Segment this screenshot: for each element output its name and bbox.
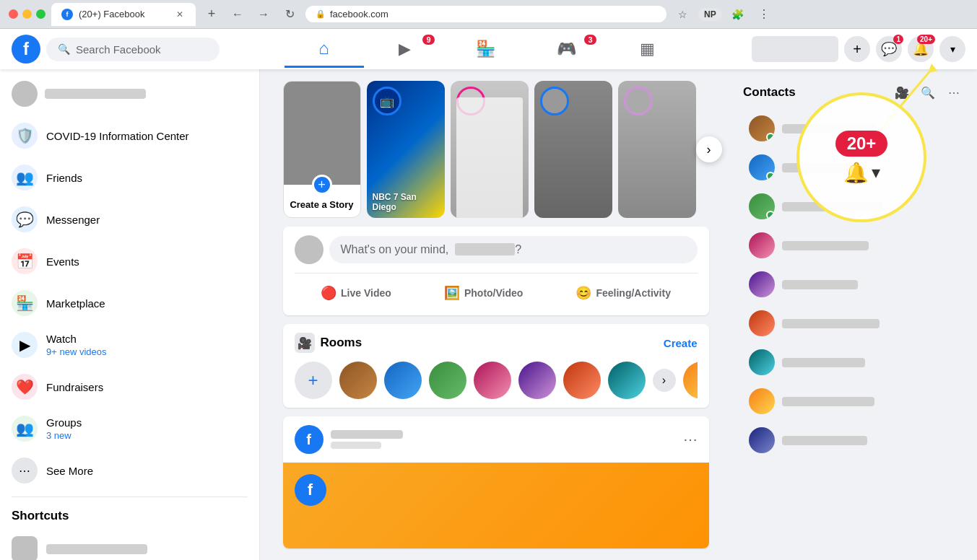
rooms-add-btn[interactable]: + <box>295 362 332 399</box>
post-card-info <box>331 430 403 449</box>
post-name-placeholder: username <box>455 243 516 255</box>
story-create-card[interactable]: + Create a Story <box>283 81 361 218</box>
sidebar-item-watch[interactable]: ▶ Watch 9+ new videos <box>6 325 253 365</box>
browser-bookmark-icon[interactable]: ☆ <box>672 4 692 25</box>
rooms-title-row: 🎥 Rooms <box>295 333 362 353</box>
address-bar[interactable]: 🔒 facebook.com <box>305 6 666 22</box>
photo-video-button[interactable]: 🖼️ Photo/Video <box>435 279 531 307</box>
story-nbc-card[interactable]: 📺 NBC 7 San Diego <box>367 81 445 218</box>
messenger-icon: 💬 <box>12 206 38 232</box>
contacts-header: Contacts 🎥 🔍 ⋯ <box>743 81 965 104</box>
browser-profile-btn[interactable]: NP <box>698 8 722 21</box>
contact-item-3[interactable] <box>743 188 965 225</box>
contact-item-8[interactable] <box>743 382 965 420</box>
account-menu-button[interactable]: ▾ <box>939 36 965 62</box>
fb-logo[interactable]: f <box>12 35 40 64</box>
room-avatar-6[interactable] <box>563 362 601 399</box>
post-card-name-blur <box>331 430 403 439</box>
contact-item-5[interactable] <box>743 266 965 303</box>
nav-item-home[interactable]: ⌂ <box>285 30 364 68</box>
groups-sublabel: 3 new <box>46 430 71 441</box>
nav-item-groups[interactable]: ▦ <box>608 30 687 68</box>
messenger-button[interactable]: 💬 1 <box>876 36 902 62</box>
sidebar-item-friends[interactable]: 👥 Friends <box>6 157 253 198</box>
contact-item-6[interactable] <box>743 305 965 342</box>
rooms-avatars: + › <box>295 362 698 399</box>
shortcut-name-blur-1 <box>46 544 147 554</box>
browser-nav-back[interactable]: ← <box>227 4 248 25</box>
browser-nav-forward[interactable]: → <box>253 4 274 25</box>
room-avatar-7[interactable] <box>608 362 646 399</box>
close-dot[interactable] <box>9 9 18 19</box>
rooms-nav-btn[interactable]: › <box>653 369 676 392</box>
contact-name-blur-5 <box>782 280 858 289</box>
room-avatar-8[interactable] <box>683 362 698 399</box>
sidebar-item-label: Fundraisers <box>46 381 103 393</box>
notifications-button[interactable]: 🔔 20+ <box>908 36 934 62</box>
contact-item-7[interactable] <box>743 344 965 381</box>
rooms-icon: 🎥 <box>295 333 315 353</box>
browser-nav-refresh[interactable]: ↻ <box>279 4 300 25</box>
contact-item-2[interactable] <box>743 149 965 186</box>
story-card-4[interactable] <box>534 81 612 218</box>
fb-sidebar: 🛡️ COVID-19 Information Center 👥 Friends… <box>0 69 260 560</box>
room-avatar-5[interactable] <box>518 362 556 399</box>
room-avatar-2[interactable] <box>384 362 422 399</box>
story-content-3 <box>451 81 529 218</box>
rooms-create-button[interactable]: Create <box>664 337 698 349</box>
shortcut-item-1[interactable] <box>6 529 253 560</box>
sidebar-item-marketplace[interactable]: 🏪 Marketplace <box>6 283 253 323</box>
search-input-label: Search Facebook <box>76 43 161 56</box>
story-create-img: + <box>284 82 360 185</box>
groups-nav-icon: ▦ <box>640 40 655 58</box>
room-avatar-4[interactable] <box>474 362 511 399</box>
browser-tab[interactable]: f (20+) Facebook ✕ <box>51 3 196 26</box>
sidebar-item-covid[interactable]: 🛡️ COVID-19 Information Center <box>6 115 253 156</box>
tab-close-icon[interactable]: ✕ <box>174 9 186 20</box>
see-more-button[interactable]: ⋯ See More <box>6 450 253 491</box>
browser-extensions-icon[interactable]: 🧩 <box>728 4 748 25</box>
live-video-button[interactable]: 🔴 Live Video <box>312 279 400 307</box>
header-right-actions: + 💬 1 🔔 20+ ▾ <box>752 36 965 62</box>
feeling-button[interactable]: 😊 Feeling/Activity <box>567 279 679 307</box>
nav-item-gaming[interactable]: 🎮 3 <box>527 30 607 68</box>
stories-nav-button[interactable]: › <box>696 136 722 162</box>
notifications-badge: 20+ <box>917 35 935 44</box>
post-input[interactable]: What's on your mind, username ? <box>329 236 698 263</box>
nav-item-marketplace[interactable]: 🏪 <box>446 30 526 68</box>
sidebar-item-events[interactable]: 📅 Events <box>6 241 253 281</box>
photo-video-label: Photo/Video <box>464 287 523 299</box>
contact-item-4[interactable] <box>743 227 965 264</box>
story-nbc-avatar: 📺 <box>373 87 401 115</box>
post-actions: 🔴 Live Video 🖼️ Photo/Video 😊 Feeling/Ac… <box>295 273 698 307</box>
sidebar-item-messenger[interactable]: 💬 Messenger <box>6 199 253 240</box>
contact-item-9[interactable] <box>743 421 965 459</box>
contacts-title: Contacts <box>743 85 796 100</box>
browser-settings-icon[interactable]: ⋮ <box>754 4 774 25</box>
sidebar-item-groups[interactable]: 👥 Groups 3 new <box>6 408 253 449</box>
contacts-more-icon[interactable]: ⋯ <box>942 81 965 104</box>
rooms-header: 🎥 Rooms Create <box>295 333 698 353</box>
post-card-time-blur <box>331 442 381 449</box>
post-input-row: What's on your mind, username ? <box>295 235 698 264</box>
new-tab-button[interactable]: + <box>201 4 222 25</box>
story-card-5[interactable] <box>618 81 696 218</box>
fb-search-bar[interactable]: 🔍 Search Facebook <box>46 38 220 61</box>
contact-item-1[interactable] <box>743 110 965 147</box>
room-avatar-3[interactable] <box>429 362 466 399</box>
room-avatar-1[interactable] <box>339 362 377 399</box>
post-card-more-button[interactable]: ⋯ <box>683 431 698 448</box>
post-placeholder: What's on your mind, <box>341 243 449 255</box>
messenger-badge: 1 <box>893 35 903 44</box>
minimize-dot[interactable] <box>22 9 32 19</box>
create-button[interactable]: + <box>844 36 870 62</box>
sidebar-item-fundraisers[interactable]: ❤️ Fundraisers <box>6 367 253 407</box>
contacts-search-icon[interactable]: 🔍 <box>916 81 939 104</box>
story-card-3[interactable] <box>451 81 529 218</box>
maximize-dot[interactable] <box>36 9 45 19</box>
sidebar-profile[interactable] <box>6 75 253 113</box>
contacts-video-icon[interactable]: 🎥 <box>890 81 913 104</box>
nav-item-watch[interactable]: ▶ 9 <box>365 30 445 68</box>
sidebar-item-label: Messenger <box>46 214 100 226</box>
gaming-badge: 3 <box>584 35 596 45</box>
